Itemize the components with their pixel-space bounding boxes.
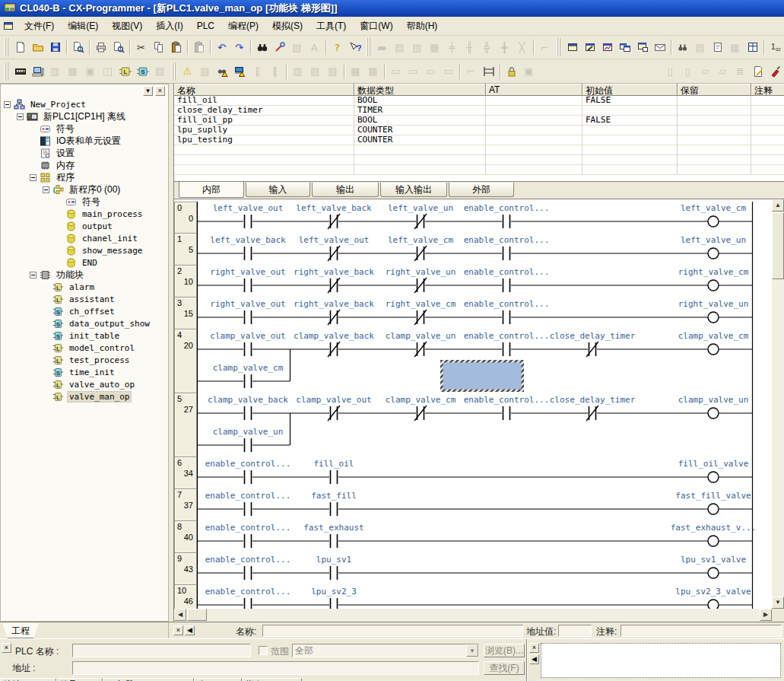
hex-monitor-button[interactable] bbox=[744, 39, 761, 56]
watch-sheet-button[interactable]: ≣ bbox=[732, 63, 749, 80]
ladder-contact-no[interactable]: clamp_valve_cm bbox=[213, 363, 284, 389]
new-button[interactable] bbox=[11, 39, 29, 56]
mode-monitor-button[interactable]: ▭ bbox=[422, 63, 440, 80]
ladder-contact-no[interactable]: enable_control... bbox=[464, 203, 550, 229]
tab-inputs[interactable]: 输入 bbox=[246, 183, 310, 197]
toggle-project-window-button[interactable] bbox=[563, 39, 581, 56]
vscroll-thumb[interactable] bbox=[772, 212, 784, 279]
column-header[interactable]: 名称 bbox=[174, 84, 354, 96]
ladder-contact-no[interactable]: enable_control... bbox=[205, 491, 291, 517]
ladder-contact-nc[interactable]: left_valve_back bbox=[296, 203, 372, 229]
device-comms-button[interactable]: ◫ bbox=[99, 63, 116, 80]
project-workspace-tab[interactable]: 工程 bbox=[2, 623, 39, 638]
ladder-contact-nc[interactable]: left_valve_cm bbox=[388, 235, 453, 261]
help-button[interactable]: ? bbox=[329, 39, 346, 56]
show-rung-annotations-button[interactable]: 102 bbox=[767, 39, 784, 56]
tree-item-test-process[interactable]: Ltest_process bbox=[1, 354, 168, 366]
tree-item-show-message[interactable]: show_message bbox=[1, 244, 168, 256]
view-io-table-button[interactable] bbox=[11, 63, 29, 80]
new-rung-button[interactable]: ⌐ bbox=[536, 39, 554, 56]
rung-gutter-5[interactable]: 527 bbox=[174, 393, 197, 457]
ladder-contact-no[interactable]: enable_control... bbox=[205, 459, 291, 485]
find-button[interactable] bbox=[253, 39, 271, 56]
tree-item-main-process[interactable]: main_process bbox=[1, 208, 168, 220]
tree-item-function-blocks[interactable]: 功能块 bbox=[1, 269, 168, 281]
rung-gutter-4[interactable]: 420 bbox=[174, 329, 197, 393]
differential-up-button[interactable]: ▯ bbox=[662, 63, 679, 80]
cross-reference-report-button[interactable] bbox=[674, 39, 691, 56]
tree-item-new-project[interactable]: New_Project bbox=[1, 98, 168, 110]
tree-item-ch-offset[interactable]: Sch_offset bbox=[1, 305, 168, 317]
change-all-button[interactable]: A bbox=[306, 39, 323, 56]
ladder-contact-no[interactable]: fast_fill bbox=[311, 491, 357, 517]
tree-expander-icon[interactable] bbox=[17, 113, 24, 120]
compare-tool-button[interactable]: ▱ bbox=[714, 63, 732, 80]
ladder-contact-no[interactable]: enable_control... bbox=[464, 235, 550, 261]
ladder-contact-no[interactable]: enable_control... bbox=[464, 331, 550, 357]
ladder-contact-no[interactable]: lpu_sv1 bbox=[316, 555, 351, 581]
result-column-header[interactable]: 符号 bbox=[56, 678, 103, 681]
tree-item-end[interactable]: END bbox=[1, 256, 168, 269]
output-close-icon[interactable]: × bbox=[529, 643, 539, 653]
block-tool-2-button[interactable]: ▤ bbox=[391, 39, 408, 56]
rung-gutter-6[interactable]: 634 bbox=[174, 457, 197, 489]
fb-window-button[interactable]: ▤ bbox=[151, 63, 169, 80]
ladder-contact-nc[interactable]: clamp_valve_un bbox=[386, 331, 456, 357]
ladder-contact-nc[interactable]: right_valve_un bbox=[386, 267, 456, 293]
section-list-button[interactable] bbox=[709, 39, 726, 56]
ladder-coil[interactable]: lpu_sv1_valve bbox=[681, 555, 746, 578]
plc-name-input[interactable] bbox=[72, 644, 251, 657]
ladder-coil[interactable]: fast_fill_valve bbox=[675, 491, 751, 514]
scroll-up-icon[interactable]: ▲ bbox=[772, 199, 784, 212]
set-protection-button[interactable] bbox=[503, 63, 520, 80]
fb-st-library-button[interactable]: S bbox=[134, 63, 151, 80]
ladder-vscrollbar[interactable]: ▲ ▼ bbox=[772, 199, 784, 609]
tree-expander-icon[interactable] bbox=[4, 101, 11, 108]
output-collapse-icon[interactable]: ◀ bbox=[529, 654, 539, 664]
scope-select[interactable]: 全部 ▾ bbox=[292, 644, 479, 657]
ladder-coil[interactable]: clamp_valve_cm bbox=[678, 331, 749, 355]
undo-button[interactable]: ↶ bbox=[213, 39, 230, 56]
rung-gutter-2[interactable]: 210 bbox=[174, 266, 197, 298]
program-check-button[interactable]: ▩ bbox=[347, 63, 364, 80]
ladder-contact-no[interactable]: lpu_sv2_3 bbox=[311, 587, 357, 609]
tree-expander-icon[interactable] bbox=[43, 186, 49, 193]
ladder-contact-no[interactable]: clamp_valve_out bbox=[210, 331, 285, 357]
tree-item-valve-auto-op[interactable]: Lvalve_auto_op bbox=[1, 378, 168, 390]
ladder-contact-nc[interactable]: clamp_valve_out bbox=[296, 395, 371, 421]
dropdown-arrow-icon[interactable]: ▾ bbox=[466, 644, 478, 657]
column-header[interactable]: 保留 bbox=[678, 84, 751, 96]
ladder-rung-9[interactable]: enable_control...lpu_sv1lpu_sv1_valve bbox=[197, 553, 772, 585]
menu-plc[interactable]: PLC bbox=[190, 18, 221, 33]
ladder-coil[interactable]: fill_oil_valve bbox=[678, 459, 749, 482]
menu-tools[interactable]: 工具(T) bbox=[309, 18, 353, 35]
tree-item-model-control[interactable]: Lmodel_control bbox=[1, 342, 168, 354]
ladder-contact-no[interactable]: enable_control... bbox=[464, 267, 550, 293]
menu-window[interactable]: 窗口(W) bbox=[353, 18, 399, 35]
tree-item-assistant[interactable]: Lassistant bbox=[1, 293, 168, 305]
find-button[interactable]: 查找(F) bbox=[484, 661, 525, 675]
address-input[interactable] bbox=[72, 661, 479, 675]
tree-item-chanel-init[interactable]: chanel_init bbox=[1, 232, 168, 244]
element-name-field[interactable] bbox=[262, 625, 523, 637]
find-in-project-button[interactable] bbox=[69, 39, 87, 56]
tree-item-time-init[interactable]: Stime_init bbox=[1, 366, 168, 378]
toggle-watch-window-button[interactable] bbox=[598, 39, 616, 56]
tree-item-output[interactable]: output bbox=[1, 220, 168, 232]
ladder-rung-4[interactable]: clamp_valve_outclamp_valve_backclamp_val… bbox=[197, 329, 772, 393]
pause-1-button[interactable]: ∥ bbox=[249, 63, 266, 80]
ladder-coil[interactable]: fast_exhaust_v... bbox=[671, 523, 757, 546]
tree-item-program-symbols[interactable]: 符号 bbox=[1, 196, 168, 208]
redo-button[interactable]: ↷ bbox=[230, 39, 248, 56]
block-tool-3-button[interactable]: ▥ bbox=[408, 39, 426, 56]
new-instruction-button[interactable]: ╳ bbox=[513, 39, 531, 56]
print-preview-button[interactable] bbox=[110, 39, 127, 56]
mdi-child-icon[interactable] bbox=[2, 20, 16, 32]
column-header[interactable]: 数据类型 bbox=[354, 84, 486, 96]
column-header[interactable]: 初始值 bbox=[582, 84, 678, 96]
auto-online-button[interactable]: ▥ bbox=[46, 63, 64, 80]
table-row[interactable]: close_delay_timerTIMER bbox=[174, 106, 784, 116]
new-horizontal-line-button[interactable]: ╋ bbox=[496, 39, 513, 56]
strip-collapse-icon[interactable]: ◀ bbox=[185, 625, 195, 635]
rung-gutter-1[interactable]: 15 bbox=[174, 234, 197, 266]
